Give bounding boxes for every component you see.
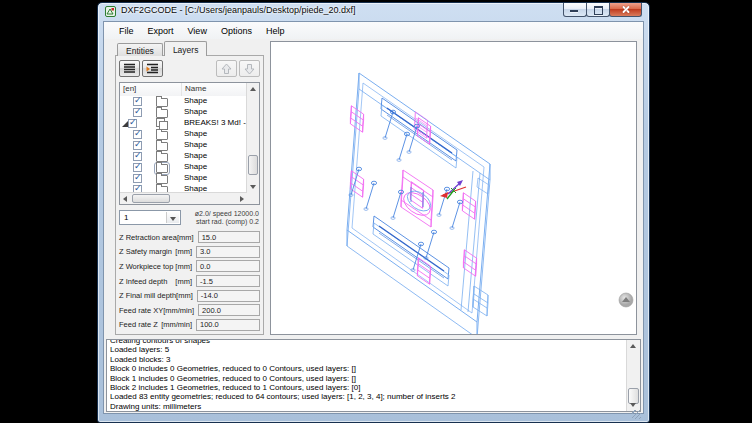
param-unit: [mm] — [175, 262, 192, 271]
param-label: Feed rate XY — [119, 306, 163, 315]
log-line: Block 2 includes 1 Geometries, reduced t… — [110, 383, 624, 392]
check-icon: ✓ — [134, 129, 142, 138]
layer-checkbox[interactable]: ✓ — [133, 152, 142, 161]
check-icon: ✓ — [134, 96, 142, 105]
param-row: Z Infeed depth[mm] -1.5 — [116, 274, 263, 289]
minimize-icon — [570, 10, 578, 12]
side-panel: Entities Layers — [104, 39, 267, 337]
caption-buttons — [564, 3, 642, 17]
close-icon — [621, 5, 630, 14]
param-label: Feed rate Z — [119, 320, 158, 329]
z-infeed-depth-field[interactable]: -1.5 — [196, 275, 260, 287]
tree-column-name[interactable]: Name — [182, 83, 247, 96]
expand-tree-button[interactable] — [142, 60, 163, 77]
title-bar[interactable]: DXF2GCODE - [C:/Users/jeanpauls/Desktop/… — [98, 3, 649, 19]
layer-checkbox[interactable]: ✓ — [133, 130, 142, 139]
menu-options[interactable]: Options — [214, 24, 259, 38]
param-unit: [mm/min] — [161, 320, 192, 329]
tree-row-label: Shape — [184, 107, 207, 116]
param-label: Z Infeed depth — [119, 277, 167, 286]
scroll-up-icon[interactable] — [630, 344, 636, 348]
feed-rate-xy-field[interactable]: 200.0 — [198, 304, 260, 316]
log-line: Block 1 includes 0 Geometries, reduced t… — [110, 374, 624, 383]
tree-horizontal-scrollbar[interactable] — [120, 192, 247, 204]
layer-checkbox[interactable]: ✓ — [133, 97, 142, 106]
close-button[interactable] — [609, 3, 642, 17]
menu-view[interactable]: View — [181, 24, 214, 38]
tree-row[interactable]: ✓ Shape — [120, 107, 247, 118]
check-icon: ✓ — [134, 151, 142, 160]
scroll-left-icon[interactable] — [123, 196, 127, 202]
log-text: Creating contours of shapes Loaded layer… — [110, 339, 624, 411]
scrollbar-corner — [247, 193, 259, 204]
param-unit: [mm/min] — [163, 306, 194, 315]
app-icon — [105, 6, 116, 17]
layers-tab-page: [en] Name ✓ Shape ✓ — [115, 55, 264, 335]
param-row: Z Final mill depth[mm] -14.0 — [116, 288, 263, 303]
z-workpiece-top-field[interactable]: 0.0 — [196, 260, 260, 272]
param-row: Feed rate Z[mm/min] 100.0 — [116, 318, 263, 333]
tree-column-en[interactable]: [en] — [120, 83, 182, 96]
scrollbar-thumb[interactable] — [132, 194, 170, 203]
drill-pins — [349, 110, 463, 271]
scroll-up-icon[interactable] — [250, 87, 256, 91]
scroll-down-icon[interactable] — [250, 185, 256, 189]
tree-row-label: BREAKS! 3 Md! -14 — [184, 118, 247, 127]
menu-help[interactable]: Help — [259, 24, 292, 38]
maximize-icon — [594, 6, 603, 15]
log-vertical-scrollbar[interactable] — [626, 340, 640, 411]
log-line: Drawing units: millimeters — [110, 402, 624, 411]
scroll-right-icon[interactable] — [240, 196, 244, 202]
resize-grip[interactable] — [632, 410, 641, 419]
maximize-button[interactable] — [586, 3, 610, 17]
tree-body: ✓ Shape ✓ Shape ✓ — [120, 96, 247, 193]
machining-params: Z Retraction area[mm] 15.0 Z Safety marg… — [116, 230, 263, 332]
layer-checkbox[interactable]: ✓ — [133, 174, 142, 183]
arrow-up-icon — [220, 63, 233, 75]
feed-rate-z-field[interactable]: 100.0 — [196, 319, 260, 331]
tool-start-radius: start rad. (comp) 0.2 — [181, 218, 259, 226]
collapse-all-button[interactable] — [119, 60, 140, 77]
log-line: Loaded layers: 5 — [110, 345, 624, 354]
menu-export[interactable]: Export — [141, 24, 181, 38]
scrollbar-thumb[interactable] — [248, 155, 258, 175]
move-layer-down-button[interactable] — [239, 60, 260, 77]
tree-row-label: Shape — [184, 173, 207, 182]
tab-entities[interactable]: Entities — [117, 43, 163, 56]
layer-checkbox[interactable]: ✓ — [133, 108, 142, 117]
menu-file[interactable]: File — [112, 24, 141, 38]
move-layer-up-button[interactable] — [216, 60, 237, 77]
app-window: DXF2GCODE - [C:/Users/jeanpauls/Desktop/… — [97, 2, 650, 423]
z-retraction-area-field[interactable]: 15.0 — [198, 231, 260, 243]
axis-triad — [440, 180, 466, 199]
tool-selector-row: 1 ø2.0/ speed 12000.0 start rad. (comp) … — [119, 210, 260, 226]
tree-header: [en] Name — [120, 83, 247, 97]
chevron-down-icon[interactable] — [166, 212, 179, 223]
center-pocket — [400, 170, 435, 227]
message-log[interactable]: Creating contours of shapes Loaded layer… — [106, 339, 641, 412]
tree-row-label: Shape — [184, 129, 207, 138]
folder-icon — [156, 175, 168, 184]
layer-stack-icon — [156, 118, 167, 127]
tool-number-dropdown[interactable]: 1 — [119, 210, 181, 225]
cad-viewport[interactable] — [270, 41, 637, 335]
tab-layers[interactable]: Layers — [164, 41, 208, 56]
layer-checkbox[interactable]: ✓ — [133, 163, 142, 172]
scrollbar-thumb[interactable] — [628, 388, 639, 404]
toolbar-spacer — [165, 60, 214, 77]
minimize-button[interactable] — [563, 3, 587, 17]
layers-toolbar — [116, 56, 263, 80]
log-line: Block 0 includes 0 Geometries, reduced t… — [110, 364, 624, 373]
window-client-area: File Export View Options Help Entities L… — [103, 21, 644, 414]
layer-checkbox[interactable]: ✓ — [128, 119, 137, 128]
z-safety-margin-field[interactable]: 3.0 — [196, 246, 260, 258]
z-final-mill-depth-field[interactable]: -14.0 — [197, 290, 260, 302]
scroll-down-icon[interactable] — [630, 403, 636, 407]
view-control-ball[interactable] — [619, 293, 633, 307]
check-icon: ✓ — [129, 118, 137, 127]
param-row: Z Safety margin[mm] 3.0 — [116, 245, 263, 260]
layer-checkbox[interactable]: ✓ — [133, 141, 142, 150]
tree-row-label: Shape — [184, 96, 207, 105]
tree-vertical-scrollbar[interactable] — [246, 83, 259, 193]
check-icon: ✓ — [134, 140, 142, 149]
